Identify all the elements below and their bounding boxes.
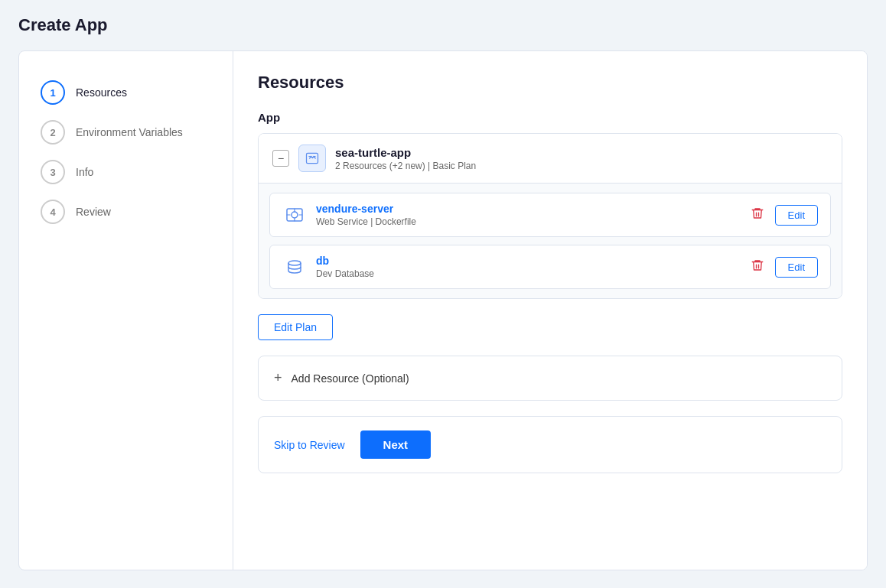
step-label-info: Info	[76, 166, 93, 178]
step-number-2: 2	[41, 120, 65, 145]
app-icon	[298, 145, 326, 172]
main-content: Resources App − sea-turtle-app 2 Resourc…	[233, 51, 867, 570]
skip-to-review-button[interactable]: Skip to Review	[274, 439, 345, 451]
step-label-env-vars: Environment Variables	[76, 126, 183, 138]
app-name: sea-turtle-app	[335, 146, 476, 159]
edit-vendure-button[interactable]: Edit	[775, 205, 818, 226]
db-icon	[282, 255, 307, 279]
sidebar: 1 Resources 2 Environment Variables 3 In…	[19, 51, 233, 570]
step-number-1: 1	[41, 80, 65, 105]
delete-db-button[interactable]	[748, 255, 767, 278]
step-label-resources: Resources	[76, 86, 127, 99]
resource-info-vendure: vendure-server Web Service | Dockerfile	[316, 203, 738, 227]
app-meta: 2 Resources (+2 new) | Basic Plan	[335, 161, 476, 171]
step-label-review: Review	[76, 206, 111, 218]
add-resource-card[interactable]: + Add Resource (Optional)	[258, 356, 842, 401]
resource-actions-vendure: Edit	[748, 203, 818, 226]
bottom-actions: Skip to Review Next	[258, 416, 842, 473]
resource-type-vendure: Web Service | Dockerfile	[316, 216, 738, 227]
svg-point-2	[292, 212, 298, 218]
next-button[interactable]: Next	[360, 430, 432, 459]
sidebar-item-resources[interactable]: 1 Resources	[34, 73, 217, 112]
resources-list: vendure-server Web Service | Dockerfile …	[259, 184, 842, 298]
app-info: sea-turtle-app 2 Resources (+2 new) | Ba…	[335, 146, 476, 171]
add-resource-label: Add Resource (Optional)	[292, 372, 409, 385]
sidebar-item-info[interactable]: 3 Info	[34, 152, 217, 192]
resource-name-db: db	[316, 255, 738, 267]
delete-vendure-button[interactable]	[748, 203, 767, 226]
app-card: − sea-turtle-app 2 Resources (+2 new) | …	[258, 133, 842, 299]
step-number-4: 4	[41, 200, 65, 224]
svg-point-3	[288, 261, 301, 265]
app-subsection-label: App	[258, 111, 842, 124]
resource-info-db: db Dev Database	[316, 255, 738, 279]
app-header: − sea-turtle-app 2 Resources (+2 new) | …	[259, 134, 842, 184]
resource-row: vendure-server Web Service | Dockerfile …	[269, 193, 831, 237]
step-number-3: 3	[41, 160, 65, 184]
wizard-container: 1 Resources 2 Environment Variables 3 In…	[18, 50, 868, 570]
web-service-icon	[282, 203, 307, 227]
sidebar-item-env-vars[interactable]: 2 Environment Variables	[34, 112, 217, 152]
plus-icon: +	[274, 370, 282, 386]
edit-db-button[interactable]: Edit	[775, 257, 818, 278]
sidebar-item-review[interactable]: 4 Review	[34, 192, 217, 232]
resource-name-vendure: vendure-server	[316, 203, 738, 215]
resource-type-db: Dev Database	[316, 268, 738, 279]
section-title: Resources	[258, 73, 842, 93]
collapse-button[interactable]: −	[272, 150, 289, 167]
resource-row: db Dev Database Edit	[269, 245, 831, 289]
edit-plan-button[interactable]: Edit Plan	[258, 314, 333, 340]
page-title: Create App	[18, 15, 868, 35]
resource-actions-db: Edit	[748, 255, 818, 278]
